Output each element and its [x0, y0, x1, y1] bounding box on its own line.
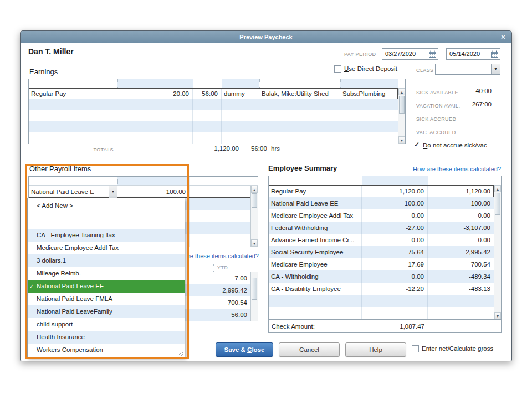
table-row[interactable]: National Paid Leave EE 100.00 100.00: [269, 197, 494, 209]
earnings-total-hours: 56:00: [251, 145, 267, 152]
column-header: [190, 177, 250, 185]
table-row[interactable]: Federal Withholding -27.00 -3,107.00: [269, 222, 494, 234]
earnings-serviceitem-cell[interactable]: Subs:Plumbing: [340, 88, 398, 99]
pay-period-start-field[interactable]: 03/27/2020: [382, 48, 438, 60]
column-header: [29, 177, 117, 185]
empty-row: [269, 295, 494, 307]
empty-row: [29, 110, 398, 121]
summary-amount: -17.69: [362, 258, 428, 270]
check-amount-label: Check Amount:: [269, 323, 315, 330]
dropdown-item[interactable]: ✓ National Paid Leave FMLA: [28, 293, 185, 305]
scroll-thumb[interactable]: [252, 278, 257, 300]
column-header: [362, 176, 428, 185]
earnings-wccode-cell[interactable]: dummy: [222, 88, 259, 99]
do-not-accrue-checkbox[interactable]: [413, 142, 420, 149]
earnings-customerjob-cell[interactable]: Balak, Mike:Utility Shed: [259, 88, 340, 99]
scroll-down-icon[interactable]: ▼: [398, 136, 405, 144]
summary-ytd: 100.00: [428, 197, 494, 209]
other-payroll-scrollbar[interactable]: ▲ ▼: [250, 186, 258, 247]
table-row[interactable]: Social Security Employee -75.64 -2,995.4…: [269, 246, 494, 258]
earnings-total-amount: 1,120.00: [187, 145, 239, 152]
dropdown-item[interactable]: ✓ CA - Employee Training Tax: [28, 229, 185, 242]
table-row[interactable]: Advance Earned Income Cr... 0.00 0.00: [269, 234, 494, 246]
summary-amount: 0.00: [362, 209, 428, 222]
scroll-down-icon[interactable]: ▼: [251, 239, 258, 247]
dropdown-item[interactable]: ✓ National Paid Leave EE: [28, 280, 185, 293]
chevron-down-icon[interactable]: ▼: [491, 64, 500, 74]
company-summary-scrollbar[interactable]: [250, 272, 258, 321]
empty-row: [29, 121, 398, 132]
payroll-item-quantity-cell[interactable]: [190, 186, 250, 198]
column-header: [193, 79, 222, 88]
earnings-rate-cell[interactable]: 20.00: [117, 88, 193, 99]
resize-grip[interactable]: [178, 350, 183, 356]
calendar-icon[interactable]: [491, 50, 498, 58]
save-close-button[interactable]: Save & Close: [216, 342, 273, 357]
help-button[interactable]: Help: [345, 342, 406, 357]
payroll-item-combo[interactable]: National Paid Leave E ▼: [29, 186, 117, 198]
cancel-button[interactable]: Cancel: [279, 342, 340, 357]
earnings-total-hours-unit: hrs: [271, 145, 280, 152]
use-direct-deposit-checkbox[interactable]: [334, 65, 341, 73]
empty-row: [29, 99, 398, 110]
scroll-up-icon[interactable]: ▲: [398, 88, 405, 95]
dropdown-item-label: Health Insurance: [37, 334, 85, 340]
dropdown-item[interactable]: ✓ < Add New >: [28, 200, 185, 212]
earnings-scrollbar[interactable]: ▲ ▼: [398, 88, 405, 144]
pay-period-separator: -: [439, 50, 442, 57]
employee-summary-scrollbar[interactable]: ▲ ▼: [494, 185, 501, 319]
payroll-item-rate-cell[interactable]: 100.00: [117, 186, 190, 198]
summary-amount: 0.00: [362, 234, 428, 246]
close-icon[interactable]: ✕: [500, 31, 506, 43]
enter-net-checkbox[interactable]: [412, 345, 419, 352]
check-amount-strip: Check Amount: 1,087.47: [268, 320, 502, 333]
dropdown-item-label: Mileage Reimb.: [37, 270, 81, 277]
employee-name: Dan T. Miller: [28, 47, 74, 56]
column-header: [117, 177, 190, 185]
summary-amount: 0.00: [362, 270, 428, 283]
dropdown-item[interactable]: ✓ child support: [28, 318, 185, 331]
dropdown-item-label: National Paid LeaveFamily: [37, 308, 112, 315]
chevron-down-icon[interactable]: ▼: [109, 186, 117, 198]
pay-period-end-field[interactable]: 05/14/2020: [446, 48, 500, 60]
scroll-up-icon[interactable]: ▲: [494, 185, 501, 192]
dropdown-item-label: CA - Employee Training Tax: [37, 232, 115, 238]
summary-item-name: Social Security Employee: [269, 246, 362, 258]
summary-item-name: Advance Earned Income Cr...: [269, 234, 362, 246]
scroll-thumb[interactable]: [495, 193, 500, 215]
dropdown-item-label: Medicare Employee Addl Tax: [37, 244, 119, 251]
scroll-down-icon[interactable]: ▼: [494, 312, 501, 319]
earnings-hours-cell[interactable]: 56:00: [193, 88, 222, 99]
scroll-up-icon[interactable]: ▲: [251, 186, 258, 193]
dropdown-item-label: Workers Compensation: [37, 346, 103, 353]
class-dropdown[interactable]: ▼: [435, 64, 500, 75]
dropdown-item[interactable]: ✓ Workers Compensation: [28, 344, 185, 356]
earnings-item-cell[interactable]: Regular Pay: [29, 88, 117, 99]
summary-ytd: -3,107.00: [428, 222, 494, 234]
summary-item-name: Medicare Employee: [269, 258, 362, 270]
dropdown-item[interactable]: ✓ National Paid LeaveFamily: [28, 305, 185, 318]
summary-amount: 1,120.00: [362, 185, 428, 197]
employee-summary-link[interactable]: How are these items calculated?: [391, 166, 501, 172]
column-header: [259, 79, 340, 88]
dropdown-item[interactable]: ✓ Medicare Employee Addl Tax: [28, 242, 185, 254]
column-header: [269, 176, 362, 185]
totals-label: TOTALS: [74, 147, 114, 152]
scroll-thumb[interactable]: [399, 96, 405, 114]
payroll-item-combo-value: National Paid Leave E: [31, 188, 94, 195]
table-row[interactable]: Medicare Employee -17.69 -700.54: [269, 258, 494, 270]
table-row[interactable]: Regular Pay 1,120.00 1,120.00: [269, 185, 494, 197]
other-payroll-edit-row[interactable]: National Paid Leave E ▼ 100.00: [29, 186, 250, 198]
enter-net-label: Enter net/Calculate gross: [422, 345, 493, 352]
dropdown-item[interactable]: ✓ Mileage Reimb.: [28, 267, 185, 280]
dropdown-item[interactable]: ✓ Health Insurance: [28, 331, 185, 344]
earnings-row[interactable]: Regular Pay 20.00 56:00 dummy Balak, Mik…: [29, 88, 398, 99]
dropdown-item[interactable]: ✓ 3 dollars.1: [28, 254, 185, 267]
window-title: Preview Paycheck: [21, 31, 511, 43]
calendar-icon[interactable]: [429, 50, 436, 58]
table-row[interactable]: CA - Disability Employee -12.20 -483.13: [269, 283, 494, 295]
table-row[interactable]: CA - Withholding 0.00 -489.34: [269, 270, 494, 283]
table-row[interactable]: Medicare Employee Addl Tax 0.00 0.00: [269, 209, 494, 222]
scroll-thumb[interactable]: [252, 193, 257, 208]
earnings-title: Earnings: [29, 68, 58, 76]
